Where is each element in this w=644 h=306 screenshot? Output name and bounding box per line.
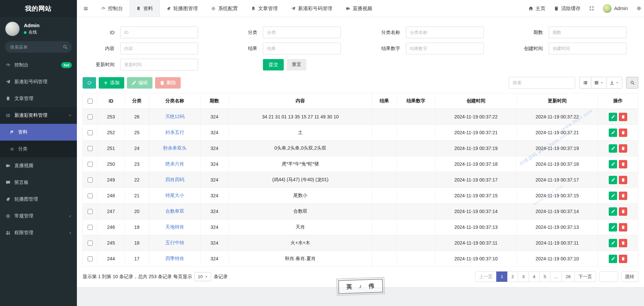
prev-page-button[interactable]: 上一页: [475, 271, 497, 282]
delete-button[interactable]: [619, 160, 627, 168]
delete-toolbar-button[interactable]: 删除: [155, 77, 181, 89]
toggle-pagination-button[interactable]: [579, 77, 591, 89]
select-all-checkbox[interactable]: [88, 99, 93, 104]
filter-input[interactable]: [263, 27, 341, 38]
column-header[interactable]: 分类: [125, 93, 149, 109]
edit-button[interactable]: [609, 223, 617, 232]
delete-button[interactable]: [619, 223, 627, 232]
topnav-tab[interactable]: 新港彩号码管理: [284, 0, 339, 17]
toggle-search-button[interactable]: [626, 77, 638, 89]
category-name-link[interactable]: 特尾大小: [166, 193, 184, 198]
page-ellipsis[interactable]: ...: [550, 271, 562, 282]
submit-button[interactable]: 提交: [263, 59, 284, 70]
column-header[interactable]: ID: [98, 93, 125, 109]
category-name-link[interactable]: 五行中特: [166, 240, 184, 245]
delete-button[interactable]: [619, 144, 627, 153]
category-name-link[interactable]: 秒杀单双头: [163, 145, 187, 151]
row-checkbox[interactable]: [88, 162, 93, 167]
sidebar-item[interactable]: 新港彩号码管理: [0, 73, 77, 90]
jump-page-input[interactable]: [599, 271, 618, 282]
export-button[interactable]: [606, 77, 622, 89]
topnav-user[interactable]: Admin: [603, 4, 628, 13]
settings-gear-button[interactable]: [637, 6, 641, 11]
sidebar-item[interactable]: 留言板: [0, 174, 77, 191]
column-header[interactable]: 结果: [372, 93, 397, 109]
column-header[interactable]: 操作: [598, 93, 638, 109]
category-name-link[interactable]: 灭绝12码: [165, 114, 185, 119]
delete-button[interactable]: [619, 129, 627, 137]
sidebar-item[interactable]: 文章管理: [0, 90, 77, 107]
edit-button[interactable]: [609, 192, 617, 200]
edit-button[interactable]: [609, 160, 617, 168]
category-name-link[interactable]: 天地特肖: [166, 224, 184, 230]
column-header[interactable]: 分类名称: [149, 93, 200, 109]
sidebar-subitem[interactable]: 分类: [0, 141, 77, 157]
topnav-tab[interactable]: 资料: [130, 0, 160, 17]
page-size-select[interactable]: 10: [194, 272, 211, 281]
category-name-link[interactable]: 绝杀六肖: [166, 161, 184, 166]
fullscreen-button[interactable]: [589, 6, 594, 11]
delete-button[interactable]: [619, 176, 627, 184]
page-button[interactable]: 3: [518, 271, 529, 282]
page-button[interactable]: 1: [496, 271, 507, 282]
sidebar-item[interactable]: 轮播图管理: [0, 191, 77, 208]
column-header[interactable]: 更新时间: [517, 93, 598, 109]
filter-input[interactable]: [120, 43, 198, 54]
page-button[interactable]: 4: [528, 271, 540, 282]
column-header[interactable]: 内容: [229, 93, 372, 109]
topnav-tab[interactable]: 控制台: [94, 0, 130, 17]
sidebar-item[interactable]: 直播视频: [0, 157, 77, 174]
row-checkbox[interactable]: [88, 146, 93, 151]
edit-button[interactable]: [609, 255, 617, 263]
topnav-tab[interactable]: 系统配置: [204, 0, 244, 17]
page-button[interactable]: 26: [561, 271, 574, 282]
topnav-tab[interactable]: 轮播图管理: [160, 0, 205, 17]
sidebar-item[interactable]: 权限管理: [0, 224, 77, 241]
row-checkbox[interactable]: [88, 193, 93, 198]
sidebar-subitem[interactable]: 资料: [0, 124, 77, 141]
page-button[interactable]: 5: [539, 271, 550, 282]
home-link[interactable]: 主页: [528, 5, 545, 12]
delete-button[interactable]: [619, 239, 627, 247]
row-checkbox[interactable]: [88, 130, 93, 135]
clear-cache-link[interactable]: 清除缓存: [554, 5, 581, 12]
delete-button[interactable]: [619, 192, 627, 200]
delete-button[interactable]: [619, 207, 627, 216]
column-header[interactable]: 创建时间: [435, 93, 517, 109]
topnav-tab[interactable]: 文章管理: [244, 0, 284, 17]
row-checkbox[interactable]: [88, 225, 93, 230]
sidebar-item[interactable]: 新港彩资料管理: [0, 107, 77, 124]
page-button[interactable]: 2: [507, 271, 518, 282]
jump-button[interactable]: 跳转: [621, 271, 638, 282]
category-name-link[interactable]: 合数单双: [166, 208, 184, 214]
reset-button[interactable]: 重置: [287, 59, 306, 70]
row-checkbox[interactable]: [88, 177, 93, 183]
column-header[interactable]: 结果数字: [397, 93, 435, 109]
edit-toolbar-button[interactable]: 编辑: [127, 77, 152, 89]
edit-button[interactable]: [609, 144, 617, 153]
filter-input[interactable]: [263, 43, 341, 54]
table-search-input[interactable]: [509, 77, 575, 89]
column-header[interactable]: 期数: [200, 93, 229, 109]
category-name-link[interactable]: 封杀五行: [166, 130, 184, 135]
filter-input[interactable]: [120, 27, 198, 38]
category-name-link[interactable]: 四季特肖: [166, 256, 184, 261]
sidebar-toggle-button[interactable]: [77, 0, 94, 17]
add-button[interactable]: 添加: [99, 77, 124, 89]
columns-button[interactable]: [591, 77, 607, 89]
filter-input[interactable]: [406, 43, 484, 54]
sidebar-item[interactable]: 控制台hot: [0, 57, 77, 73]
row-checkbox[interactable]: [88, 241, 93, 246]
filter-input[interactable]: [549, 27, 627, 38]
edit-button[interactable]: [609, 129, 617, 137]
row-checkbox[interactable]: [88, 114, 93, 119]
edit-button[interactable]: [609, 176, 617, 184]
row-checkbox[interactable]: [88, 256, 93, 261]
delete-button[interactable]: [619, 255, 627, 263]
filter-input[interactable]: [406, 27, 484, 38]
filter-input[interactable]: [549, 43, 627, 54]
edit-button[interactable]: [609, 239, 617, 247]
next-page-button[interactable]: 下一页: [574, 271, 596, 282]
refresh-button[interactable]: [83, 77, 96, 89]
sidebar-item[interactable]: 常规管理: [0, 208, 77, 224]
